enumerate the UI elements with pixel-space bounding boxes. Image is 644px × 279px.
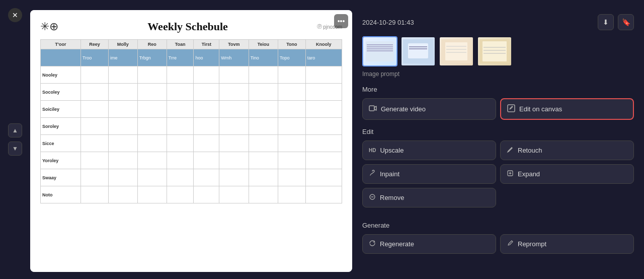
col-header-8: Tono <box>278 40 306 49</box>
retouch-button[interactable]: Retouch <box>500 141 634 160</box>
more-buttons-grid: Generate video Edit on canvas <box>362 98 634 120</box>
highlight-cell-8: Topo <box>278 49 306 66</box>
cell <box>305 66 342 84</box>
cell <box>249 152 278 169</box>
generate-buttons-grid: Regenerate Reprompt <box>362 234 634 254</box>
table-row: Sicce <box>41 135 342 152</box>
reprompt-button[interactable]: Reprompt <box>500 234 634 254</box>
cell <box>167 84 194 101</box>
thumbnail-1[interactable] <box>362 36 397 66</box>
upscale-label: Upscale <box>380 147 404 154</box>
cell <box>305 101 342 118</box>
cell <box>108 101 137 118</box>
cell <box>194 84 219 101</box>
cell <box>249 101 278 118</box>
cell <box>167 135 194 152</box>
nav-up-button[interactable]: ▲ <box>8 123 22 137</box>
download-icon: ⬇ <box>603 18 609 26</box>
remove-button[interactable]: Remove <box>362 188 496 207</box>
cell <box>194 169 219 186</box>
dots-menu-button[interactable]: ••• <box>334 14 348 28</box>
cell <box>219 101 249 118</box>
cell <box>249 186 278 203</box>
schedule-container: ✳⊕ Weekly Schebule ⓟpjnosom T'oor Reey M… <box>30 10 352 272</box>
cell <box>108 169 137 186</box>
highlight-cell-3: Trbgn <box>137 49 167 66</box>
cell <box>219 84 249 101</box>
cell <box>278 135 306 152</box>
regenerate-icon <box>369 240 376 248</box>
svg-rect-2 <box>367 46 393 47</box>
edit-buttons-grid: HD Upscale Retouch Inpaint <box>362 141 634 207</box>
col-header-4: Toan <box>167 40 194 49</box>
inpaint-icon <box>369 170 376 178</box>
cell <box>108 152 137 169</box>
edit-on-canvas-label: Edit on canvas <box>519 105 562 113</box>
cell <box>167 101 194 118</box>
cell <box>194 135 219 152</box>
regenerate-button[interactable]: Regenerate <box>362 234 496 254</box>
row-label-0: Nooley <box>41 66 81 84</box>
cell <box>194 101 219 118</box>
cell <box>137 152 167 169</box>
cell <box>108 186 137 203</box>
cell <box>249 118 278 135</box>
cell <box>194 66 219 84</box>
thumbnail-4[interactable] <box>477 36 512 66</box>
schedule-logo: ✳⊕ <box>40 20 58 33</box>
cell <box>108 135 137 152</box>
inpaint-button[interactable]: Inpaint <box>362 164 496 184</box>
cell <box>219 169 249 186</box>
cell <box>137 186 167 203</box>
cell <box>278 101 306 118</box>
expand-button[interactable]: Expand <box>500 164 634 184</box>
row-label-6: Swaay <box>41 169 81 186</box>
svg-rect-8 <box>409 48 427 49</box>
generate-section-label: Generate <box>362 222 634 229</box>
col-header-2: Molly <box>108 40 137 49</box>
close-button[interactable]: ✕ <box>8 8 22 22</box>
thumbnail-3[interactable] <box>439 36 474 66</box>
download-button[interactable]: ⬇ <box>598 14 614 30</box>
canvas-area: ••• ✳⊕ Weekly Schebule ⓟpjnosom T'oor Re… <box>30 10 352 272</box>
cell <box>305 135 342 152</box>
cell <box>80 84 108 101</box>
svg-rect-3 <box>367 48 393 49</box>
table-row: Swaay <box>41 169 342 186</box>
cell <box>278 118 306 135</box>
bookmark-button[interactable]: 🔖 <box>618 14 634 30</box>
col-header-7: Teiou <box>249 40 278 49</box>
upscale-button[interactable]: HD Upscale <box>362 141 496 160</box>
cell <box>167 186 194 203</box>
cell <box>167 118 194 135</box>
thumbnail-2[interactable] <box>400 36 436 66</box>
cell <box>305 169 342 186</box>
cell <box>80 135 108 152</box>
highlight-cell-5: hoo <box>194 49 219 66</box>
upscale-icon: HD <box>369 148 376 153</box>
cell <box>278 186 306 203</box>
table-row: Noto <box>41 186 342 203</box>
highlight-cell-7: Tino <box>249 49 278 66</box>
cell <box>167 169 194 186</box>
cell <box>278 84 306 101</box>
svg-rect-7 <box>409 46 427 47</box>
cell <box>219 135 249 152</box>
cell <box>249 84 278 101</box>
generate-video-button[interactable]: Generate video <box>362 98 496 120</box>
thumb-image-4 <box>478 37 511 65</box>
svg-rect-4 <box>367 50 393 51</box>
edit-on-canvas-button[interactable]: Edit on canvas <box>500 98 634 120</box>
cell <box>80 101 108 118</box>
navigation-arrows: ▲ ▼ <box>8 123 22 156</box>
row-label-4: Sicce <box>41 135 81 152</box>
table-header-row: T'oor Reey Molly Reo Toan Tirst Tovm Tei… <box>41 40 342 49</box>
nav-down-button[interactable]: ▼ <box>8 142 22 156</box>
cell <box>194 186 219 203</box>
cell <box>108 84 137 101</box>
table-row: Socoley <box>41 84 342 101</box>
cell <box>249 66 278 84</box>
highlight-cell-9: taro <box>305 49 342 66</box>
cell <box>219 152 249 169</box>
main-content: ••• ✳⊕ Weekly Schebule ⓟpjnosom T'oor Re… <box>0 0 644 279</box>
